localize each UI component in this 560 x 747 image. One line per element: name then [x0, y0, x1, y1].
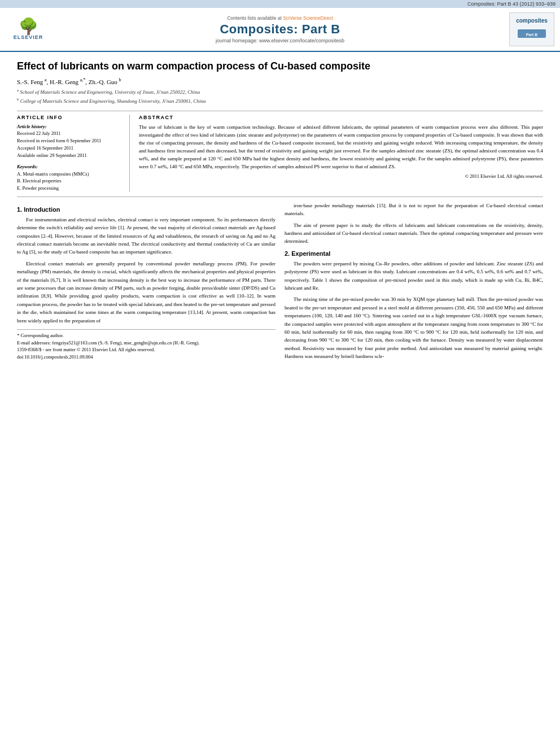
- exp-para-2-text: The mixing time of the pre-mixed powder …: [285, 296, 543, 359]
- affiliations: a School of Materials Science and Engine…: [17, 88, 543, 105]
- abstract-header: ABSTRACT: [139, 115, 543, 120]
- article-title: Effect of lubricants on warm compaction …: [17, 60, 543, 73]
- abstract-text: The use of lubricant is the key of warm …: [139, 124, 543, 171]
- author-list: S.-S. Feng a, H.-R. Geng a,*, Zh.-Q. Guo…: [17, 78, 121, 85]
- intro-para-2: Electrical contact materials are general…: [17, 260, 275, 325]
- body-divider: [17, 196, 543, 197]
- exp-para-2: The mixing time of the pre-mixed powder …: [285, 295, 543, 360]
- affiliation-a: a School of Materials Science and Engine…: [17, 88, 543, 97]
- keyword-3: E. Powder processing: [17, 185, 124, 192]
- journal-citation: Composites: Part B 43 (2012) 933–939: [467, 1, 555, 7]
- elsevier-tree-icon: 🌳: [19, 19, 38, 34]
- header-divider: [17, 111, 543, 111]
- journal-header: 🌳 ELSEVIER Contents lists available at S…: [0, 8, 560, 52]
- doi-line: doi:10.1016/j.compositesb.2011.09.004: [17, 353, 275, 361]
- article-info-panel: ARTICLE INFO Article history: Received 2…: [17, 115, 130, 192]
- intro-para-1-text: For instrumentation and electrical switc…: [17, 217, 275, 255]
- right-para-2-text: The aim of present paper is to study the…: [285, 222, 543, 244]
- affiliation-b: b College of Materials Science and Engin…: [17, 97, 543, 106]
- revised-date: Received in revised form 6 September 201…: [17, 138, 124, 145]
- email-note: E-mail addresses: fengziya521@163.com (S…: [17, 339, 275, 347]
- copyright: © 2011 Elsevier Ltd. All rights reserved…: [139, 173, 543, 179]
- header-center: Contents lists available at SciVerse Sci…: [56, 15, 504, 43]
- exp-para-1: The powders were prepared by mixing Cu–R…: [285, 260, 543, 292]
- email-label: E-mail addresses:: [17, 340, 52, 346]
- article-info-abstract: ARTICLE INFO Article history: Received 2…: [17, 115, 543, 192]
- right-para-1-text: iron-base powder metallurgy materials [1…: [285, 203, 543, 216]
- authors: S.-S. Feng a, H.-R. Geng a,*, Zh.-Q. Guo…: [17, 77, 543, 85]
- keywords-label: Keywords:: [17, 164, 124, 169]
- sciverse-bar: Contents lists available at SciVerse Sci…: [56, 15, 504, 21]
- available-date: Available online 29 September 2011: [17, 152, 124, 159]
- right-body-col: iron-base powder metallurgy materials [1…: [285, 202, 543, 364]
- keyword-2: B. Electrical properties: [17, 177, 124, 185]
- intro-para-2-text: Electrical contact materials are general…: [17, 261, 275, 324]
- main-content: Effect of lubricants on warm compaction …: [0, 52, 560, 372]
- footnote-area: * Corresponding author. E-mail addresses…: [17, 329, 275, 361]
- right-para-1: iron-base powder metallurgy materials [1…: [285, 202, 543, 218]
- intro-para-1: For instrumentation and electrical switc…: [17, 216, 275, 256]
- left-body-col: 1. Introduction For instrumentation and …: [17, 202, 275, 364]
- affil-a-text: School of Materials Science and Engineer…: [20, 89, 200, 95]
- journal-bar: Composites: Part B 43 (2012) 933–939: [0, 0, 560, 8]
- exp-para-1-text: The powders were prepared by mixing Cu–R…: [285, 261, 543, 291]
- journal-title: Composites: Part B: [56, 22, 504, 37]
- experimental-heading: 2. Experimental: [285, 250, 543, 257]
- keyword-1: A. Metal-matrix composites (MMCs): [17, 171, 124, 178]
- issn-line: 1359-8368/$ - see front matter © 2011 El…: [17, 346, 275, 353]
- sciverse-link[interactable]: SciVerse ScienceDirect: [283, 15, 333, 21]
- svg-text:Part B: Part B: [526, 33, 538, 37]
- article-info-header: ARTICLE INFO: [17, 115, 124, 120]
- abstract-panel: ABSTRACT The use of lubricant is the key…: [139, 115, 543, 192]
- introduction-heading: 1. Introduction: [17, 206, 275, 213]
- composites-logo-icon: Part B: [515, 24, 549, 41]
- journal-homepage: journal homepage: www.elsevier.com/locat…: [56, 38, 504, 43]
- history-block: Article history: Received 22 July 2011 R…: [17, 124, 124, 159]
- corresponding-note: * Corresponding author.: [17, 332, 275, 339]
- accepted-date: Accepted 16 September 2011: [17, 145, 124, 152]
- composites-logo-box: composites Part B: [509, 12, 554, 46]
- email-addresses: fengziya521@163.com (S.-S. Feng), mse_ge…: [52, 340, 199, 346]
- composites-logo-text: composites: [515, 18, 549, 24]
- elsevier-brand: ELSEVIER: [14, 34, 43, 40]
- elsevier-logo: 🌳 ELSEVIER: [6, 12, 51, 46]
- history-label: Article history:: [17, 124, 124, 129]
- right-para-2: The aim of present paper is to study the…: [285, 221, 543, 246]
- contents-label: Contents lists available at: [227, 15, 283, 21]
- keywords-block: Keywords: A. Metal-matrix composites (MM…: [17, 164, 124, 192]
- affil-b-text: College of Materials Science and Enginee…: [20, 98, 206, 104]
- received-date: Received 22 July 2011: [17, 130, 124, 137]
- body-section: 1. Introduction For instrumentation and …: [17, 202, 543, 364]
